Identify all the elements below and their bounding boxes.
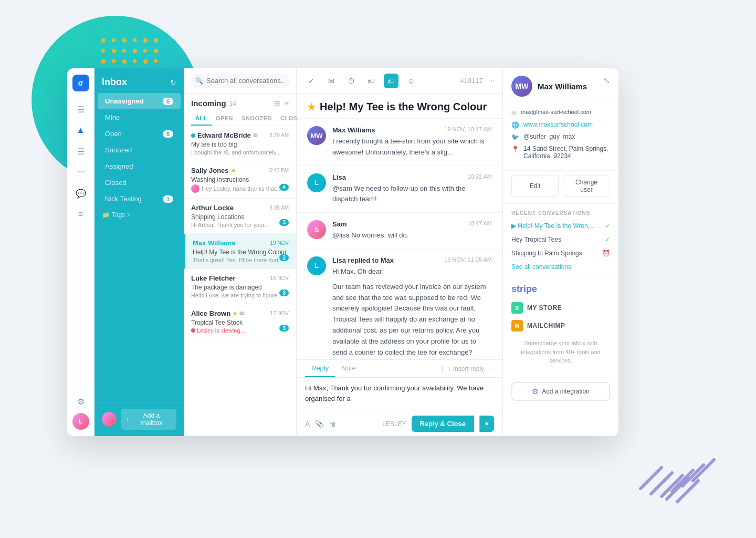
contact-website[interactable]: www.maxsurfschool.com	[523, 121, 593, 128]
tags-section[interactable]: 📁 Tags >	[94, 207, 184, 223]
toolbar-clock-icon[interactable]: ⏱	[344, 74, 359, 88]
conv-subject: Help! My Tee is the Wrong Colour	[193, 249, 289, 256]
add-mailbox-button[interactable]: + Add a mailbox	[121, 409, 176, 430]
reply-footer: A 📎 🗑 LESLEY Reply & Close ▾	[297, 411, 502, 436]
filter-icon[interactable]: ≡	[285, 99, 289, 108]
conv-badge: 2	[279, 254, 289, 261]
conv-item-edward[interactable]: Edward McBride ✉ 8:20 AM My tee is too b…	[184, 126, 296, 161]
contact-action-buttons: Edit Change user	[503, 171, 618, 204]
message-text: @lisa No worries, will do.	[332, 230, 492, 241]
inbox-item-unassigned[interactable]: Unassigned 6	[98, 93, 181, 109]
add-integration-button[interactable]: ⚙ Add a integration	[511, 382, 610, 401]
inbox-item-assigned[interactable]: Assigned	[98, 158, 181, 174]
contact-email: max@max-surf-school.com	[521, 109, 591, 115]
see-all-conversations-link[interactable]: See all conversations	[503, 260, 618, 277]
stripe-logo: stripe	[511, 284, 610, 295]
search-input-wrapper[interactable]: 🔍	[190, 74, 290, 88]
main-conversation-panel: ✓ ✉ ⏱ 🏷 🏷 ☺ #19117 ··· ★ Help! My Tee is…	[297, 68, 503, 436]
toolbar-tag-icon[interactable]: 🏷	[384, 74, 398, 88]
conv-header-actions: ⊞ ≡	[274, 99, 289, 108]
star-title-icon[interactable]: ★	[307, 101, 316, 113]
message-content: Lisa replied to Max 19 NOV, 11:05 AM Hi …	[332, 256, 492, 359]
tab-all[interactable]: ALL	[191, 112, 212, 126]
message-content: Sam 10:47 AM @lisa No worries, will do.	[332, 220, 492, 241]
nav-icon-home[interactable]: ▲	[71, 121, 90, 140]
toolbar-check-icon[interactable]: ✓	[304, 74, 319, 88]
conv-filter-tabs: ALL OPEN SNOOZED CLOSED	[184, 112, 296, 126]
refresh-icon[interactable]: ↻	[170, 78, 176, 87]
inbox-badge-open: 6	[163, 130, 173, 138]
messages-area: MW Max Williams 19 NOV, 10:17 AM I recen…	[297, 119, 502, 359]
nav-icon-list[interactable]: ☰	[71, 142, 90, 161]
add-mailbox-section: + Add a mailbox	[94, 402, 184, 436]
recent-conv-item[interactable]: ▶ Help! My Tee is the Wron... ✓	[503, 219, 618, 233]
tab-open[interactable]: OPEN	[212, 112, 237, 126]
message-text: Hi Max, Oh dear! Our team has reviewed y…	[332, 266, 492, 359]
inbox-title: Inbox	[102, 77, 127, 88]
edit-contact-button[interactable]: Edit	[511, 175, 559, 197]
contact-twitter-row: 🐦 @surfer_guy_max	[511, 133, 610, 141]
inbox-item-open[interactable]: Open 6	[98, 126, 181, 142]
recent-conv-item[interactable]: Shipping to Palm Springs ⏰	[503, 246, 618, 260]
toolbar-email-icon[interactable]: ✉	[324, 74, 339, 88]
delete-icon[interactable]: 🗑	[329, 420, 337, 428]
expand-panel-icon[interactable]: ⤡	[603, 76, 610, 86]
conv-time: 8:20 AM	[269, 132, 289, 138]
inbox-item-snoozed[interactable]: Snoozed	[98, 142, 181, 158]
recent-conv-item[interactable]: Hey Tropical Tees ✓	[503, 233, 618, 246]
star-icon: ★	[233, 311, 237, 316]
message-item: L Lisa 10:32 AM @sam We need to follow-u…	[297, 166, 502, 213]
location-icon: 📍	[511, 146, 519, 153]
recent-conv-label: Hey Tropical Tees	[511, 236, 561, 243]
nav-icon-settings[interactable]: ⚙	[71, 392, 90, 411]
conv-preview: I bought the XL and unfortunately...	[191, 149, 289, 156]
message-sender: Max Williams	[332, 126, 375, 134]
unread-indicator	[191, 133, 195, 138]
nav-icon-settings-list[interactable]: ≡	[71, 205, 90, 224]
text-format-icon[interactable]: A	[305, 420, 310, 428]
viewing-badge: Lesley is viewing...	[191, 327, 245, 334]
viewing-dot	[191, 328, 195, 333]
conv-sender-name: Alice Brown ★ ✉	[191, 309, 244, 317]
user-avatar-sidebar[interactable]: L	[72, 413, 89, 430]
reply-area: Reply Note ↑ ↑ Insert reply ··· Hi Max, …	[297, 359, 502, 436]
insert-reply-icon: ↑	[440, 365, 444, 373]
reply-dropdown-button[interactable]: ▾	[479, 416, 494, 432]
twitter-icon: 🐦	[511, 133, 519, 141]
inbox-item-nick-testing[interactable]: Nick Testing 1	[98, 191, 181, 207]
reply-tab-reply[interactable]: Reply	[305, 360, 335, 377]
attachment-icon[interactable]: 📎	[315, 420, 324, 428]
message-avatar: L	[307, 256, 326, 275]
inbox-panel: Inbox ↻ Unassigned 6 Mine Open 6 Snoozed…	[94, 68, 184, 436]
toolbar-label-icon[interactable]: 🏷	[364, 74, 379, 88]
nav-icon-activity[interactable]: 〰	[71, 163, 90, 182]
conv-badge: 4	[279, 184, 289, 191]
conv-item-arthur[interactable]: Arthur Locke 9:35 AM Shipping Locations …	[184, 199, 296, 234]
sort-icon[interactable]: ⊞	[274, 99, 280, 108]
nav-icon-chat[interactable]: 💬	[71, 184, 90, 203]
tab-snoozed[interactable]: SNOOZED	[237, 112, 276, 126]
insert-reply-label[interactable]: ↑ Insert reply	[448, 365, 484, 373]
inbox-item-closed[interactable]: Closed	[98, 174, 181, 191]
recent-conv-status-icon: ⏰	[602, 250, 610, 257]
search-input[interactable]	[206, 77, 285, 85]
conv-item-luke[interactable]: Luke Fletcher 18 NOV The package is dama…	[184, 269, 296, 304]
message-item: S Sam 10:47 AM @lisa No worries, will do…	[297, 213, 502, 249]
recent-conversations-title: RECENT CONVERSATIONS	[503, 204, 618, 219]
conv-item-max[interactable]: Max Williams 19 NOV Help! My Tee is the …	[184, 234, 296, 269]
reply-close-button[interactable]: Reply & Close	[412, 416, 474, 432]
nav-icon-menu[interactable]: ☰	[71, 100, 90, 119]
globe-icon: 🌐	[511, 121, 519, 129]
incoming-label: Incoming	[191, 99, 226, 108]
inbox-item-label: Closed	[105, 179, 126, 187]
inbox-item-mine[interactable]: Mine	[98, 109, 181, 126]
change-user-button[interactable]: Change user	[563, 175, 610, 197]
reply-text-input[interactable]: Hi Max, Thank you for confirming your av…	[305, 383, 494, 404]
conv-item-sally[interactable]: Sally Jones ★ 5:43 PM Washing instructio…	[184, 161, 296, 199]
reply-more-icon[interactable]: ···	[488, 365, 494, 373]
toolbar-emoji-icon[interactable]: ☺	[404, 74, 418, 88]
more-options-icon[interactable]: ···	[488, 76, 495, 86]
reply-tab-note[interactable]: Note	[335, 360, 362, 377]
inbox-item-label: Mine	[105, 113, 120, 121]
conv-item-alice[interactable]: Alice Brown ★ ✉ 17 NOV Tropical Tee Stoc…	[184, 304, 296, 339]
